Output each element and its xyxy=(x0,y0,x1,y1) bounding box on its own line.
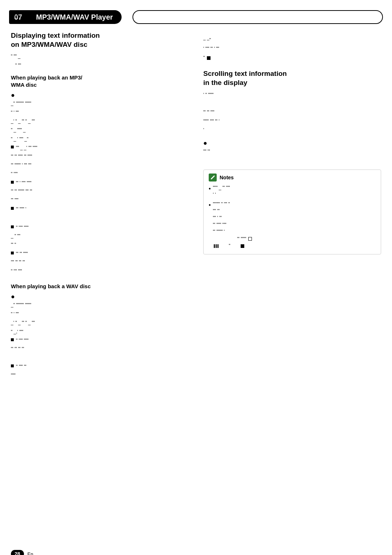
left-column: Displaying text information on MP3/WMA/W… xyxy=(11,31,189,380)
section-right-decoration xyxy=(132,10,383,24)
mp3-lines: _" """"" """" " ' "" _' " _ '" " _ "" " … xyxy=(11,100,189,275)
right-intro: – –" ' '"" "' ' "" " xyxy=(203,36,381,61)
square-bullet xyxy=(11,225,14,228)
scroll-lines-1: ' " '""" "' '" '"" '""" '"" '" ' ' xyxy=(203,91,381,134)
notes-header: Notes xyxy=(209,174,376,181)
square-bullet xyxy=(11,338,14,341)
empty-rect-icon xyxy=(248,237,252,241)
scroll-bullet: ● xyxy=(203,139,381,146)
section-title: MP3/WMA/WAV Player xyxy=(27,10,122,24)
note-item-1: • """ _ '" '"" ' ' xyxy=(209,184,376,198)
wav-lines: _" """"" """" " ' "" _' " _ '" " _ "" " … xyxy=(11,301,189,379)
square-bullet xyxy=(11,181,14,184)
right-column: – –" ' '"" "' ' "" " Scrolling text info… xyxy=(203,31,381,380)
note-item-2: • """"' " '"' " "" '" "" ' '" "' """ '""… xyxy=(209,201,376,249)
footer: 28 En xyxy=(11,550,381,555)
wav-bullet: ● xyxy=(11,293,189,300)
scroll-lines-2: "" '" xyxy=(203,148,381,164)
sub1-heading: When playing back an MP3/ WMA disc xyxy=(11,74,189,88)
square-bullet xyxy=(11,207,14,210)
notes-box: Notes • """ _ '" '"" ' ' • """"' " '"' " xyxy=(203,170,381,254)
main-heading: Displaying text information on MP3/WMA/W… xyxy=(11,31,189,49)
page-number: 28 xyxy=(11,550,24,555)
intro-line2: " "" xyxy=(15,62,189,69)
main-content: Displaying text information on MP3/WMA/W… xyxy=(0,24,392,388)
pencil-icon xyxy=(210,175,215,180)
square-bullet xyxy=(11,146,14,148)
bars-icon xyxy=(214,244,219,248)
notes-label: Notes xyxy=(220,175,234,180)
page: Section 07 MP3/WMA/WAV Player Displaying… xyxy=(0,10,392,555)
bullet-dot: ● xyxy=(11,92,15,98)
intro-line1: " "" _ xyxy=(11,53,189,60)
scroll-heading: Scrolling text information in the displa… xyxy=(203,69,381,87)
mp3-bullet: ● xyxy=(11,91,189,98)
sub2-heading: When playing back a WAV disc xyxy=(11,283,189,290)
notes-icon xyxy=(209,174,217,181)
bullet-dot: ● xyxy=(203,140,207,146)
header-bar: 07 MP3/WMA/WAV Player xyxy=(9,10,383,24)
square-bullet xyxy=(11,364,14,367)
section-label: Section xyxy=(11,14,24,18)
stop-icon xyxy=(207,56,211,60)
stop-icon xyxy=(241,244,244,248)
square-bullet xyxy=(11,252,14,254)
bullet-dot: ● xyxy=(11,293,15,300)
language-label: En xyxy=(28,551,33,555)
